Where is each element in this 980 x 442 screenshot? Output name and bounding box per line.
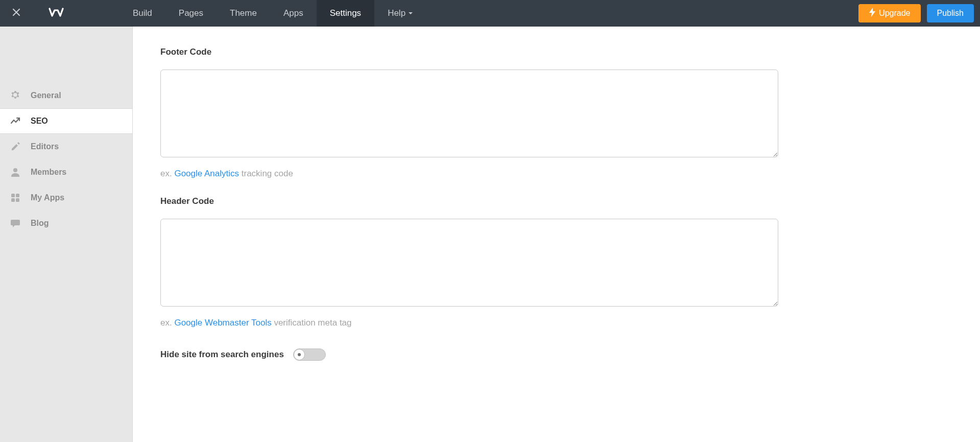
- sidebar-item-blog[interactable]: Blog: [0, 211, 132, 236]
- hint-prefix: ex.: [160, 318, 174, 328]
- chevron-down-icon: [409, 12, 413, 14]
- nav-help[interactable]: Help: [374, 0, 426, 27]
- nav-theme[interactable]: Theme: [217, 0, 270, 27]
- footer-code-hint: ex. Google Analytics tracking code: [160, 169, 952, 179]
- google-webmaster-link[interactable]: Google Webmaster Tools: [174, 318, 271, 328]
- sidebar: General SEO Editors Members My Apps: [0, 27, 133, 442]
- svg-rect-4: [16, 194, 19, 197]
- top-bar: Build Pages Theme Apps Settings Help Upg…: [0, 0, 980, 27]
- svg-rect-5: [11, 198, 15, 202]
- content-wrap: General SEO Editors Members My Apps: [0, 27, 980, 442]
- weebly-logo-icon: [49, 7, 64, 20]
- header-code-label: Header Code: [160, 196, 952, 206]
- top-nav: Build Pages Theme Apps Settings Help: [119, 0, 426, 27]
- hide-site-row: Hide site from search engines: [160, 348, 952, 361]
- sidebar-item-myapps[interactable]: My Apps: [0, 185, 132, 211]
- hint-suffix: tracking code: [239, 169, 293, 178]
- chat-icon: [9, 217, 21, 229]
- svg-rect-6: [16, 198, 19, 202]
- sidebar-item-label: General: [31, 91, 61, 100]
- main-panel: Footer Code ex. Google Analytics trackin…: [133, 27, 980, 442]
- publish-button[interactable]: Publish: [927, 4, 974, 22]
- sidebar-item-label: My Apps: [31, 193, 64, 202]
- nav-settings[interactable]: Settings: [317, 0, 374, 27]
- user-icon: [9, 166, 21, 178]
- apps-icon: [9, 192, 21, 204]
- nav-pages[interactable]: Pages: [165, 0, 217, 27]
- weebly-logo[interactable]: [44, 0, 68, 27]
- hide-site-toggle[interactable]: [293, 348, 326, 361]
- header-code-hint: ex. Google Webmaster Tools verification …: [160, 318, 952, 328]
- publish-label: Publish: [937, 9, 964, 18]
- close-icon: [12, 8, 21, 19]
- sidebar-item-label: Blog: [31, 219, 49, 228]
- footer-code-group: Footer Code ex. Google Analytics trackin…: [160, 47, 952, 179]
- sidebar-item-general[interactable]: General: [0, 83, 132, 108]
- footer-code-label: Footer Code: [160, 47, 952, 57]
- bolt-icon: [869, 8, 876, 19]
- svg-rect-3: [11, 194, 15, 197]
- hint-prefix: ex.: [160, 169, 174, 178]
- footer-code-textarea[interactable]: [160, 69, 778, 157]
- sidebar-item-members[interactable]: Members: [0, 159, 132, 185]
- nav-apps[interactable]: Apps: [270, 0, 317, 27]
- hide-site-label: Hide site from search engines: [160, 350, 284, 360]
- close-button[interactable]: [4, 0, 29, 27]
- sidebar-item-label: Members: [31, 168, 66, 177]
- trend-icon: [9, 115, 21, 127]
- header-code-group: Header Code ex. Google Webmaster Tools v…: [160, 196, 952, 328]
- sidebar-item-editors[interactable]: Editors: [0, 134, 132, 159]
- upgrade-button[interactable]: Upgrade: [858, 4, 920, 22]
- header-code-textarea[interactable]: [160, 219, 778, 307]
- nav-build[interactable]: Build: [119, 0, 165, 27]
- sidebar-item-label: Editors: [31, 142, 59, 151]
- google-analytics-link[interactable]: Google Analytics: [174, 169, 239, 178]
- topbar-right: Upgrade Publish: [858, 4, 976, 22]
- nav-help-label: Help: [388, 0, 405, 27]
- hint-suffix: verification meta tag: [272, 318, 352, 328]
- pencil-icon: [9, 141, 21, 153]
- gear-icon: [9, 89, 21, 102]
- topbar-left: [4, 0, 68, 27]
- svg-point-2: [13, 168, 17, 172]
- sidebar-item-label: SEO: [31, 117, 48, 126]
- toggle-knob: [294, 349, 305, 360]
- sidebar-item-seo[interactable]: SEO: [0, 108, 132, 134]
- upgrade-label: Upgrade: [879, 9, 910, 18]
